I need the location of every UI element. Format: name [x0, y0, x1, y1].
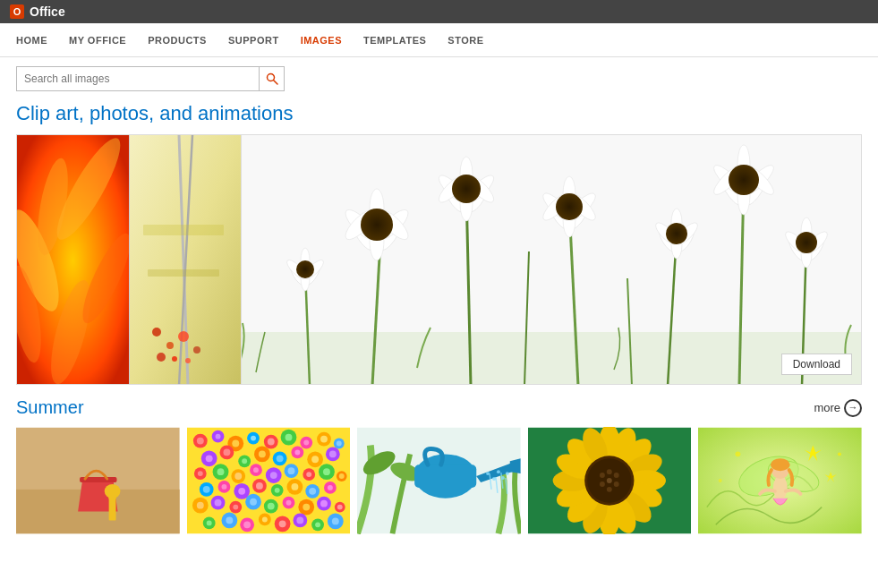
svg-point-134 — [217, 468, 224, 475]
svg-point-20 — [185, 358, 191, 363]
craft-svg — [130, 135, 241, 384]
svg-point-18 — [172, 356, 177, 362]
svg-point-232 — [607, 469, 612, 474]
svg-point-150 — [202, 486, 209, 493]
svg-point-188 — [243, 521, 251, 528]
svg-point-206 — [497, 470, 500, 473]
svg-point-164 — [328, 485, 333, 490]
svg-point-237 — [600, 473, 605, 478]
svg-point-142 — [287, 467, 294, 474]
thumbnail-5[interactable] — [698, 427, 862, 534]
svg-point-182 — [337, 505, 342, 510]
svg-point-128 — [311, 456, 319, 463]
svg-point-124 — [276, 455, 283, 462]
nav-templates[interactable]: TEMPLATES — [363, 35, 426, 46]
summer-section: Summer more → — [16, 397, 862, 534]
hero-section: Download — [16, 134, 862, 385]
svg-point-235 — [607, 487, 612, 492]
svg-point-15 — [166, 342, 174, 349]
svg-point-190 — [261, 516, 267, 522]
svg-point-104 — [251, 436, 256, 441]
svg-rect-21 — [143, 225, 224, 235]
page-title: Clip art, photos, and animations — [0, 98, 878, 134]
svg-text:O: O — [13, 6, 21, 17]
svg-point-160 — [291, 483, 298, 490]
nav-my-office[interactable]: MY OFFICE — [69, 35, 126, 46]
svg-point-116 — [205, 455, 212, 462]
svg-point-67 — [666, 223, 687, 244]
svg-point-83 — [796, 232, 817, 253]
svg-point-51 — [452, 175, 481, 203]
svg-point-174 — [267, 503, 274, 510]
svg-point-204 — [486, 472, 490, 475]
office-brand-name: Office — [30, 4, 65, 19]
svg-point-236 — [600, 481, 605, 487]
thumbnail-1[interactable] — [16, 427, 180, 534]
nav-store[interactable]: STORE — [448, 35, 483, 46]
nav-products[interactable]: PRODUCTS — [148, 35, 207, 46]
svg-point-132 — [197, 471, 202, 476]
flower-svg — [17, 135, 129, 384]
svg-point-112 — [320, 436, 328, 443]
nav-images[interactable]: IMAGES — [301, 35, 342, 46]
topbar: O Office — [0, 0, 878, 23]
svg-point-138 — [253, 467, 259, 473]
svg-point-100 — [215, 434, 220, 439]
svg-point-180 — [320, 500, 328, 507]
svg-point-178 — [303, 504, 310, 511]
svg-point-166 — [196, 502, 203, 509]
thumb-1-svg — [16, 427, 180, 534]
svg-point-238 — [607, 478, 612, 483]
search-icon — [266, 72, 278, 85]
more-arrow-icon: → — [844, 399, 862, 417]
navbar: HOME MY OFFICE PRODUCTS SUPPORT IMAGES T… — [0, 23, 878, 57]
nav-home[interactable]: HOME — [16, 35, 47, 46]
thumbnails-row — [16, 427, 862, 534]
svg-point-102 — [232, 440, 239, 447]
thumbnail-3[interactable] — [357, 427, 521, 534]
svg-point-162 — [309, 488, 316, 495]
hero-panel-flower — [17, 135, 129, 384]
section-more-link[interactable]: more → — [814, 399, 862, 417]
svg-point-17 — [193, 346, 200, 354]
svg-point-122 — [259, 450, 266, 457]
nav-support[interactable]: SUPPORT — [228, 35, 279, 46]
svg-point-247 — [719, 479, 722, 482]
search-box — [16, 66, 285, 91]
svg-point-170 — [233, 505, 238, 510]
svg-point-140 — [269, 472, 277, 479]
svg-point-246 — [838, 452, 841, 456]
thumbnail-2[interactable] — [187, 427, 351, 534]
svg-point-242 — [773, 475, 788, 500]
svg-point-154 — [238, 488, 245, 495]
more-label: more — [814, 401, 840, 414]
svg-point-16 — [178, 331, 189, 342]
thumbnail-4[interactable] — [528, 427, 692, 534]
svg-point-108 — [285, 434, 292, 441]
section-title: Summer — [16, 397, 84, 418]
office-logo: O Office — [9, 4, 65, 20]
svg-point-90 — [296, 260, 314, 278]
svg-point-168 — [214, 499, 221, 507]
svg-point-184 — [206, 520, 211, 525]
svg-point-194 — [296, 516, 303, 524]
svg-rect-22 — [148, 269, 219, 277]
svg-point-176 — [286, 500, 291, 506]
search-input[interactable] — [17, 72, 259, 85]
office-logo-icon: O — [9, 4, 25, 20]
search-button[interactable] — [259, 66, 284, 91]
thumb-2-svg — [187, 427, 351, 534]
svg-point-126 — [294, 449, 300, 455]
daisies-svg — [242, 135, 861, 384]
svg-point-234 — [614, 481, 619, 487]
svg-rect-203 — [414, 464, 476, 488]
svg-point-196 — [315, 522, 320, 527]
svg-point-60 — [556, 193, 583, 220]
thumb-4-svg — [528, 427, 692, 534]
svg-point-120 — [242, 458, 247, 464]
svg-point-148 — [338, 473, 344, 479]
thumb-5-svg — [698, 427, 862, 534]
download-button[interactable]: Download — [781, 354, 852, 375]
svg-point-156 — [256, 482, 263, 490]
svg-point-233 — [614, 473, 619, 478]
